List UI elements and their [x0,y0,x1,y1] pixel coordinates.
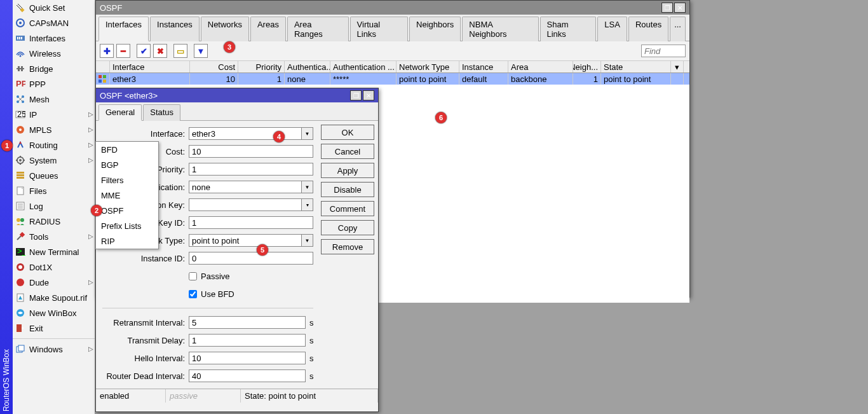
tab-networks[interactable]: Networks [201,17,249,41]
comment-button[interactable]: Comment [321,201,374,216]
sidebar-item-capsman[interactable]: CAPsMAN [13,15,95,31]
maximize-button[interactable]: ❐ [661,3,673,13]
sidebar-item-log[interactable]: Log [13,198,95,214]
column-header[interactable]: Interface [110,61,190,72]
column-header[interactable]: Cost [190,61,238,72]
column-header[interactable]: Network Type [397,61,459,72]
sidebar-item-mesh[interactable]: Mesh [13,92,95,107]
tab-lsa[interactable]: LSA [597,17,627,41]
instanceid-field[interactable] [189,252,313,265]
sidebar-item-make-supout-rif[interactable]: Make Supout.rif [13,290,95,305]
authkey-field[interactable] [189,198,302,211]
tab-more[interactable]: ... [670,17,686,41]
usebfd-checkbox[interactable] [189,290,197,298]
sidebar-item-exit[interactable]: Exit [13,321,95,336]
dead-field[interactable] [189,369,306,382]
sidebar-item-new-terminal[interactable]: >_New Terminal [13,244,95,259]
comment-button[interactable]: ▭ [173,44,187,58]
column-header[interactable]: Authentication ... [330,61,397,72]
retransmit-field[interactable] [189,316,306,329]
networktype-dropdown[interactable]: ▼ [302,234,313,247]
tab-areas[interactable]: Areas [250,17,286,41]
interface-dropdown[interactable]: ▼ [302,127,313,140]
tab-neighbors[interactable]: Neighbors [409,17,461,41]
ppp-icon: PP [15,79,25,89]
remove-button[interactable]: Remove [321,239,374,254]
cost-field[interactable] [189,145,313,158]
submenu-item-bgp[interactable]: BGP [96,157,158,172]
tab-nbma-neighbors[interactable]: NBMA Neighbors [462,17,538,41]
add-button[interactable]: ✚ [100,44,114,58]
submenu-item-mme[interactable]: MME [96,188,158,203]
authkeyid-field[interactable] [189,216,313,229]
sidebar-item-routing[interactable]: Routing▷ [13,137,95,153]
routing-icon [15,140,25,150]
tab-virtual-links[interactable]: Virtual Links [350,17,408,41]
transmitdelay-field[interactable] [189,334,306,347]
submenu-item-filters[interactable]: Filters [96,172,158,188]
sidebar-item-queues[interactable]: Queues [13,168,95,183]
sidebar-item-dot1x[interactable]: Dot1X [13,259,95,275]
tab-area-ranges[interactable]: Area Ranges [287,17,349,41]
hello-field[interactable] [189,352,306,364]
column-header[interactable]: State [601,61,671,72]
find-input[interactable] [641,45,686,57]
tab-interfaces[interactable]: Interfaces [98,17,149,41]
remove-button[interactable]: ━ [116,44,130,58]
passive-checkbox[interactable] [189,272,197,280]
svg-rect-59 [103,79,106,83]
sidebar-item-mpls[interactable]: MPLS▷ [13,122,95,137]
authentication-field[interactable] [189,181,302,193]
close-button[interactable]: ✕ [674,3,686,13]
filter-button[interactable]: ▼ [194,44,208,58]
submenu-item-prefix-lists[interactable]: Prefix Lists [96,218,158,233]
ok-button[interactable]: OK [321,125,374,140]
networktype-field[interactable] [189,234,302,247]
sidebar-item-wireless[interactable]: Wireless [13,46,95,61]
sidebar-item-quick-set[interactable]: Quick Set [13,0,95,15]
maximize-button[interactable]: ❐ [350,90,362,100]
sidebar-item-system[interactable]: System▷ [13,153,95,168]
sidebar-item-dude[interactable]: Dude▷ [13,275,95,290]
sidebar-item-ip[interactable]: 255IP▷ [13,107,95,122]
column-header[interactable]: Neigh... [573,61,601,72]
priority-field[interactable] [189,163,313,176]
column-header[interactable]: Area [508,61,573,72]
submenu-item-rip[interactable]: RIP [96,233,158,249]
sidebar-item-windows[interactable]: Windows▷ [13,342,95,357]
column-header[interactable]: Priority [238,61,285,72]
column-header[interactable]: Instance [459,61,508,72]
tab-routes[interactable]: Routes [628,17,668,41]
disable-button[interactable]: ✖ [153,44,167,58]
interface-field[interactable] [189,127,302,140]
sidebar-item-files[interactable]: Files [13,183,95,198]
submenu-item-ospf[interactable]: OSPF [96,203,158,218]
enable-button[interactable]: ✔ [137,44,151,58]
svg-rect-33 [17,177,24,179]
authkey-expand[interactable]: ▾ [302,198,313,211]
sidebar-item-new-winbox[interactable]: New WinBox [13,305,95,321]
tab-sham-links[interactable]: Sham Links [540,17,597,41]
submenu-item-bfd[interactable]: BFD [96,142,158,157]
column-header[interactable] [96,61,110,72]
apply-button[interactable]: Apply [321,163,374,178]
window-title-bar[interactable]: OSPF ❐ ✕ [96,1,689,15]
sidebar-item-interfaces[interactable]: Interfaces [13,31,95,46]
authentication-dropdown[interactable]: ▼ [302,181,313,193]
cancel-button[interactable]: Cancel [321,144,374,159]
tab-status[interactable]: Status [143,104,180,121]
copy-button[interactable]: Copy [321,220,374,235]
disable-button[interactable]: Disable [321,182,374,197]
files-icon [15,186,25,196]
column-dropdown[interactable]: ▾ [671,61,684,72]
sidebar-item-ppp[interactable]: PPPPP [13,76,95,92]
sidebar-item-radius[interactable]: RADIUS [13,214,95,229]
sidebar-item-tools[interactable]: Tools▷ [13,229,95,244]
table-row[interactable]: ether3 10 1 none ***** point to point de… [96,73,689,85]
tab-instances[interactable]: Instances [150,17,200,41]
window-title-bar[interactable]: OSPF <ether3> ❐ ✕ [96,88,378,102]
column-header[interactable]: Authentica... [285,61,330,72]
tab-general[interactable]: General [98,104,142,121]
sidebar-item-bridge[interactable]: Bridge [13,61,95,76]
close-button[interactable]: ✕ [363,90,374,100]
